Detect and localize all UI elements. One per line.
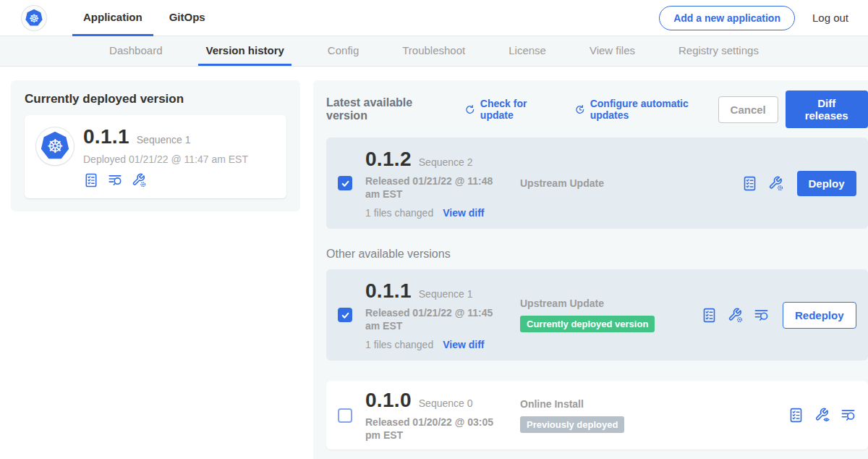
preflight-checklist-icon[interactable] xyxy=(83,172,99,188)
deploy-logs-icon[interactable] xyxy=(840,407,856,424)
other-available-versions-title: Other available versions xyxy=(326,248,868,261)
tab-gitops-label: GitOps xyxy=(169,11,205,23)
subnav-tab-view-files-label: View files xyxy=(590,44,635,56)
kubernetes-helm-wheel-icon xyxy=(24,8,44,28)
subnav-tab-version-history-label: Version history xyxy=(205,44,284,56)
sequence-label: Sequence 2 xyxy=(419,156,473,168)
edit-config-icon[interactable] xyxy=(767,175,784,192)
released-timestamp: Released 01/20/22 @ 03:05 pm EST xyxy=(365,416,504,442)
deploy-logs-icon[interactable] xyxy=(107,172,123,188)
preflight-checklist-icon[interactable] xyxy=(701,307,718,324)
redeploy-button[interactable]: Redeploy xyxy=(783,302,856,329)
subnav-tab-config[interactable]: Config xyxy=(320,36,366,66)
version-checkbox[interactable] xyxy=(338,308,352,322)
subnav-tab-troubleshoot-label: Troubleshoot xyxy=(402,44,465,56)
version-checkbox[interactable] xyxy=(338,176,352,190)
tab-application-label: Application xyxy=(83,11,142,23)
sequence-label: Sequence 0 xyxy=(419,397,473,409)
currently-deployed-badge: Currently deployed version xyxy=(520,316,655,332)
subnav-tab-registry-settings[interactable]: Registry settings xyxy=(671,36,766,66)
sequence-label: Sequence 1 xyxy=(419,288,473,300)
check-for-update-label: Check for update xyxy=(480,98,556,121)
released-timestamp: Released 01/21/22 @ 11:45 am EST xyxy=(365,307,504,332)
app-subnav: Dashboard Version history Config Trouble… xyxy=(0,36,868,67)
subnav-tab-dashboard-label: Dashboard xyxy=(109,44,162,56)
version-card-0-1-0: 0.1.0 Sequence 0 Released 01/20/22 @ 03:… xyxy=(326,381,868,450)
version-checkbox[interactable] xyxy=(338,408,352,423)
version-card-0-1-2: 0.1.2 Sequence 2 Released 01/21/22 @ 11:… xyxy=(326,138,868,229)
subnav-tab-troubleshoot[interactable]: Troubleshoot xyxy=(395,36,472,66)
available-versions-panel: Latest available version Check for updat… xyxy=(313,80,868,459)
deployed-sequence-label: Sequence 1 xyxy=(137,134,191,146)
checkmark-icon xyxy=(341,311,350,320)
deployed-timestamp: Deployed 01/21/22 @ 11:47 am EST xyxy=(83,153,248,165)
checkmark-icon xyxy=(341,179,350,188)
deployed-version-card: 0.1.1 Sequence 1 Deployed 01/21/22 @ 11:… xyxy=(25,115,286,198)
subnav-tab-config-label: Config xyxy=(328,44,359,56)
tab-gitops[interactable]: GitOps xyxy=(158,0,216,36)
top-navbar: Application GitOps Add a new application… xyxy=(0,0,868,36)
app-nav-tabs: Application GitOps xyxy=(72,0,221,36)
version-number: 0.1.0 xyxy=(365,389,412,412)
subnav-tab-registry-settings-label: Registry settings xyxy=(678,44,759,56)
preflight-checklist-icon[interactable] xyxy=(788,407,804,424)
subnav-tab-license[interactable]: License xyxy=(501,36,553,66)
available-panel-header: Latest available version Check for updat… xyxy=(326,90,868,128)
version-number: 0.1.2 xyxy=(365,148,412,171)
view-diff-link[interactable]: View diff xyxy=(443,207,484,219)
configure-automatic-updates-link[interactable]: Configure automatic updates xyxy=(574,98,718,121)
version-source-label: Upstream Update xyxy=(520,177,701,189)
files-changed-label: 1 files changed xyxy=(365,339,433,350)
version-card-0-1-1: 0.1.1 Sequence 1 Released 01/21/22 @ 11:… xyxy=(326,269,868,361)
kubernetes-logo xyxy=(22,6,46,30)
currently-deployed-title: Currently deployed version xyxy=(25,92,286,106)
main-content: Currently deployed version 0.1.1 Sequenc… xyxy=(0,67,868,459)
edit-config-icon[interactable] xyxy=(131,172,147,188)
scheduled-refresh-clock-icon xyxy=(574,104,586,116)
previously-deployed-badge: Previously deployed xyxy=(520,416,624,433)
subnav-tab-version-history[interactable]: Version history xyxy=(198,36,291,66)
version-number: 0.1.1 xyxy=(365,279,412,303)
files-changed-label: 1 files changed xyxy=(365,207,433,219)
tab-application[interactable]: Application xyxy=(72,0,153,36)
diff-releases-button[interactable]: Diff releases xyxy=(786,90,868,128)
cancel-button[interactable]: Cancel xyxy=(718,96,778,123)
deploy-button[interactable]: Deploy xyxy=(797,171,856,196)
preflight-checklist-icon[interactable] xyxy=(741,175,758,192)
edit-config-icon[interactable] xyxy=(727,307,744,324)
kubernetes-helm-wheel-icon xyxy=(38,130,72,163)
subnav-tab-view-files[interactable]: View files xyxy=(582,36,642,66)
logout-button[interactable]: Log out xyxy=(812,12,848,24)
add-application-button[interactable]: Add a new application xyxy=(659,6,795,30)
currently-deployed-panel: Currently deployed version 0.1.1 Sequenc… xyxy=(11,80,300,211)
deploy-logs-icon[interactable] xyxy=(753,307,770,324)
check-for-update-link[interactable]: Check for update xyxy=(464,98,556,121)
configure-automatic-updates-label: Configure automatic updates xyxy=(590,98,718,121)
app-icon-badge xyxy=(36,127,74,165)
released-timestamp: Released 01/21/22 @ 11:48 am EST xyxy=(365,175,504,201)
subnav-tab-dashboard[interactable]: Dashboard xyxy=(102,36,169,66)
latest-available-title: Latest available version xyxy=(326,96,446,122)
deployed-version-number: 0.1.1 xyxy=(83,125,129,148)
view-config-icon[interactable] xyxy=(814,407,830,424)
subnav-tab-license-label: License xyxy=(509,44,546,56)
version-source-label: Online Install xyxy=(520,398,701,410)
view-diff-link[interactable]: View diff xyxy=(443,339,484,350)
version-source-label: Upstream Update xyxy=(520,298,701,309)
refresh-arrow-icon xyxy=(464,104,476,116)
